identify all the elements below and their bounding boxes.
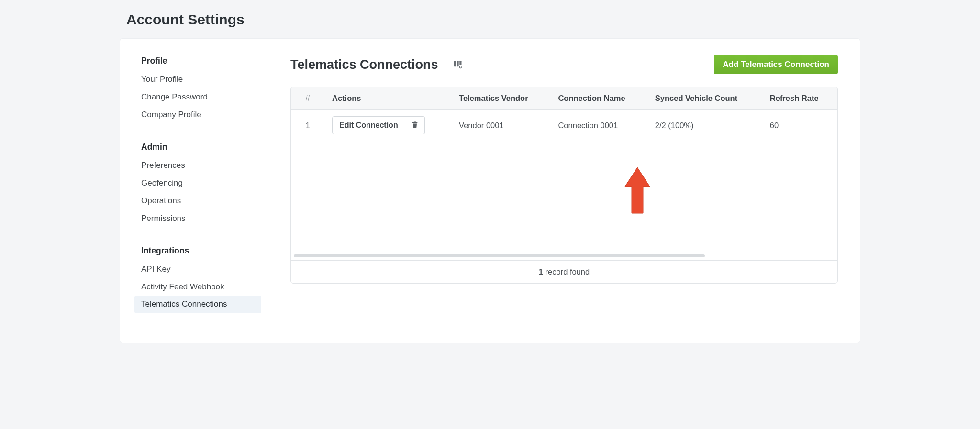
page-title: Account Settings xyxy=(120,0,860,38)
svg-rect-2 xyxy=(459,61,461,65)
svg-rect-1 xyxy=(457,61,458,67)
sidebar-item-preferences[interactable]: Preferences xyxy=(134,157,261,175)
sidebar-heading-integrations: Integrations xyxy=(134,243,261,259)
svg-rect-7 xyxy=(461,66,462,67)
cell-connection-name: Connection 0001 xyxy=(550,110,647,142)
record-count-label: record found xyxy=(543,267,590,276)
sidebar-item-telematics-connections[interactable]: Telematics Connections xyxy=(134,296,261,313)
cell-refresh-rate: 60 xyxy=(762,110,837,142)
sidebar-item-company-profile[interactable]: Company Profile xyxy=(134,106,261,124)
cell-synced-count: 2/2 (100%) xyxy=(647,110,762,142)
record-count: 1 xyxy=(539,267,543,276)
col-header-connection-name: Connection Name xyxy=(550,87,647,110)
sidebar-item-activity-feed-webhook[interactable]: Activity Feed Webhook xyxy=(134,278,261,296)
cell-row-number: 1 xyxy=(291,110,324,142)
connections-table: # Actions Telematics Vendor Connection N… xyxy=(290,87,838,284)
sidebar-item-your-profile[interactable]: Your Profile xyxy=(134,71,261,88)
sidebar-heading-admin: Admin xyxy=(134,139,261,155)
svg-rect-0 xyxy=(454,61,456,67)
delete-connection-button[interactable] xyxy=(405,116,425,134)
settings-sidebar: Profile Your Profile Change Password Com… xyxy=(120,39,268,343)
col-header-actions: Actions xyxy=(324,87,451,110)
col-header-number: # xyxy=(291,87,324,110)
sidebar-item-change-password[interactable]: Change Password xyxy=(134,88,261,106)
section-title: Telematics Connections xyxy=(290,57,438,72)
trash-icon xyxy=(411,121,419,130)
col-header-synced-count: Synced Vehicle Count xyxy=(647,87,762,110)
col-header-vendor: Telematics Vendor xyxy=(451,87,550,110)
edit-connection-button[interactable]: Edit Connection xyxy=(332,116,405,134)
table-header-row: # Actions Telematics Vendor Connection N… xyxy=(291,87,837,110)
svg-rect-4 xyxy=(460,66,461,66)
cell-actions: Edit Connection xyxy=(324,110,451,142)
sidebar-item-operations[interactable]: Operations xyxy=(134,192,261,210)
cell-vendor: Vendor 0001 xyxy=(451,110,550,142)
settings-card: Profile Your Profile Change Password Com… xyxy=(120,38,860,343)
title-separator xyxy=(445,58,445,71)
main-panel: Telematics Connections xyxy=(268,39,860,343)
svg-rect-6 xyxy=(459,66,459,67)
horizontal-scrollbar[interactable] xyxy=(294,254,835,257)
sidebar-item-api-key[interactable]: API Key xyxy=(134,261,261,278)
svg-rect-5 xyxy=(460,68,461,68)
add-telematics-connection-button[interactable]: Add Telematics Connection xyxy=(714,55,838,74)
sidebar-heading-profile: Profile xyxy=(134,53,261,69)
table-footer: 1 record found xyxy=(291,260,837,283)
column-settings-icon[interactable] xyxy=(452,59,464,70)
sidebar-item-geofencing[interactable]: Geofencing xyxy=(134,175,261,192)
annotation-arrow-icon xyxy=(622,165,653,220)
table-row: 1 Edit Connection xyxy=(291,110,837,142)
sidebar-item-permissions[interactable]: Permissions xyxy=(134,210,261,228)
col-header-refresh-rate: Refresh Rate xyxy=(762,87,837,110)
